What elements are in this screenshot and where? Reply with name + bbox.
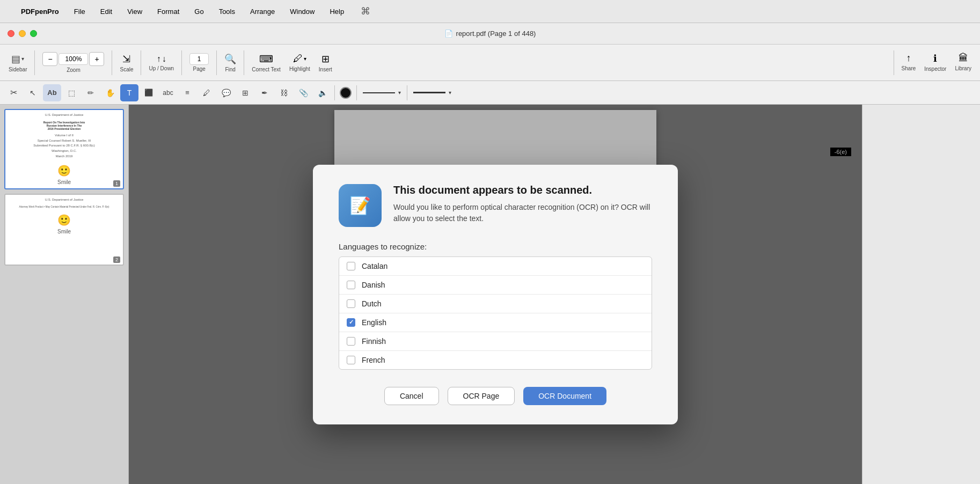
color-picker[interactable] (340, 87, 352, 99)
line-style-preview (363, 92, 395, 93)
hand-tool[interactable]: ✋ (101, 84, 119, 101)
updown-button[interactable]: ↑ ↓ Up / Down (145, 52, 177, 74)
menu-go[interactable]: Go (192, 6, 206, 17)
pdfpenpro-icon: 📝 (339, 184, 382, 227)
library-button[interactable]: 🏛 Library (952, 50, 975, 75)
share-icon: ↑ (906, 53, 911, 64)
close-button[interactable] (8, 30, 14, 37)
toolbar-divider-4 (181, 50, 182, 75)
text-tool[interactable]: T (120, 84, 138, 101)
correct-text-icon: ⌨ (259, 53, 273, 65)
maximize-button[interactable] (30, 30, 37, 37)
menu-edit[interactable]: Edit (98, 6, 115, 17)
scale-button[interactable]: ⇲ Scale (116, 51, 136, 75)
page-thumbnail-1[interactable]: U.S. Department of Justice Report On The… (4, 109, 124, 189)
rectangle-select-tool[interactable]: ⬚ (62, 84, 81, 101)
find-button[interactable]: 🔍 Find (221, 51, 239, 75)
modal-header: 📝 This document appears to be scanned. W… (339, 184, 652, 227)
document-icon: 📄 (444, 30, 453, 38)
menu-bar: PDFpenPro File Edit View Format Go Tools… (0, 0, 980, 23)
lang-item-danish[interactable]: Danish (339, 276, 652, 295)
zoom-minus-button[interactable]: − (42, 52, 57, 66)
redact-tool[interactable]: ⬛ (140, 84, 158, 101)
text-format-tool[interactable]: ≡ (178, 84, 196, 101)
highlight-button[interactable]: 🖊 ▾ Highlight (286, 51, 313, 74)
link-tool[interactable]: ⛓ (275, 84, 293, 101)
stamp-tool[interactable]: abc (159, 84, 177, 101)
thumb-counsel-1: Special Counsel Robert S. Mueller, III (38, 139, 91, 143)
tools-divider-2 (356, 85, 357, 100)
highlight-icon: 🖊 (293, 53, 303, 64)
ocr-page-button[interactable]: OCR Page (448, 387, 515, 405)
down-icon: ↓ (162, 54, 166, 64)
sidebar-chevron-icon: ▾ (21, 56, 24, 62)
zoom-value: 100% (58, 53, 88, 65)
menu-help[interactable]: Help (327, 6, 347, 17)
correct-text-button[interactable]: ⌨ Correct Text (248, 51, 284, 75)
finnish-label: Finnish (362, 337, 386, 346)
english-checkbox[interactable] (347, 318, 355, 327)
menu-file[interactable]: File (71, 6, 88, 17)
audio-tool[interactable]: 🔈 (313, 84, 332, 101)
dutch-checkbox[interactable] (347, 299, 355, 308)
english-label: English (362, 318, 386, 327)
lang-item-catalan[interactable]: Catalan (339, 257, 652, 276)
table-tool[interactable]: ⊞ (236, 84, 254, 101)
title-bar: 📄 report.pdf (Page 1 of 448) (0, 23, 980, 45)
menu-window[interactable]: Window (287, 6, 317, 17)
menu-tools[interactable]: Tools (216, 6, 238, 17)
lang-item-finnish[interactable]: Finnish (339, 332, 652, 351)
page-number-badge-2: 2 (113, 256, 120, 263)
lang-item-french[interactable]: French (339, 351, 652, 369)
line-style-selector[interactable]: ▾ (360, 87, 404, 98)
insert-icon: ⊞ (321, 53, 330, 65)
danish-label: Danish (362, 281, 385, 289)
modal-overlay: 📝 This document appears to be scanned. W… (129, 105, 862, 484)
tools-divider-1 (334, 85, 335, 100)
page-label: Page (193, 66, 205, 72)
minimize-button[interactable] (19, 30, 26, 37)
share-button[interactable]: ↑ Share (898, 50, 919, 75)
inspector-button[interactable]: ℹ Inspector (921, 50, 949, 75)
select-tool[interactable]: ↖ (24, 84, 42, 101)
up-icon: ↑ (157, 54, 161, 64)
pencil-tool[interactable]: ✏ (82, 84, 100, 101)
menu-view[interactable]: View (125, 6, 145, 17)
attach-tool[interactable]: 📎 (294, 84, 312, 101)
sidebar: U.S. Department of Justice Report On The… (0, 105, 129, 484)
highlight-mark-tool[interactable]: 🖊 (198, 84, 216, 101)
signature-tool[interactable]: ✒ (255, 84, 274, 101)
finnish-checkbox[interactable] (347, 337, 355, 346)
line-weight-selector[interactable]: ▾ (410, 87, 455, 98)
lang-item-dutch[interactable]: Dutch (339, 295, 652, 313)
cancel-button[interactable]: Cancel (384, 387, 439, 405)
danish-checkbox[interactable] (347, 281, 355, 289)
page-thumbnail-2[interactable]: U.S. Department of Justice Attorney Work… (4, 194, 124, 266)
crop-tool[interactable]: ✂ (4, 84, 23, 101)
app-name[interactable]: PDFpenPro (18, 6, 62, 17)
ocr-document-button[interactable]: OCR Document (523, 387, 606, 405)
inspector-label: Inspector (924, 66, 946, 72)
sidebar-button[interactable]: ▤ ▾ Sidebar (5, 51, 30, 75)
catalan-checkbox[interactable] (347, 262, 355, 270)
correct-text-label: Correct Text (252, 67, 281, 72)
comment-tool[interactable]: 💬 (217, 84, 235, 101)
scale-label: Scale (120, 67, 133, 72)
menu-arrange[interactable]: Arrange (247, 6, 277, 17)
menu-format[interactable]: Format (155, 6, 182, 17)
page-input[interactable]: 1 (189, 53, 209, 65)
zoom-plus-button[interactable]: + (89, 52, 104, 66)
insert-button[interactable]: ⊞ Insert (316, 51, 335, 75)
ocr-dialog: 📝 This document appears to be scanned. W… (313, 165, 678, 424)
text-select-tool[interactable]: Ab (43, 84, 61, 101)
page-number-badge-1: 1 (113, 180, 120, 187)
toolbar-divider-7 (894, 50, 894, 75)
app-icon-graphic: 📝 (349, 195, 371, 216)
window-title: 📄 report.pdf (Page 1 of 448) (444, 30, 536, 38)
modal-buttons: Cancel OCR Page OCR Document (339, 387, 652, 405)
library-label: Library (955, 65, 971, 71)
french-checkbox[interactable] (347, 356, 355, 364)
lang-item-english[interactable]: English (339, 313, 652, 332)
smile-logo-1: 🙂 (57, 164, 71, 177)
thumb-location-1: Washington, D.C. (52, 149, 77, 153)
